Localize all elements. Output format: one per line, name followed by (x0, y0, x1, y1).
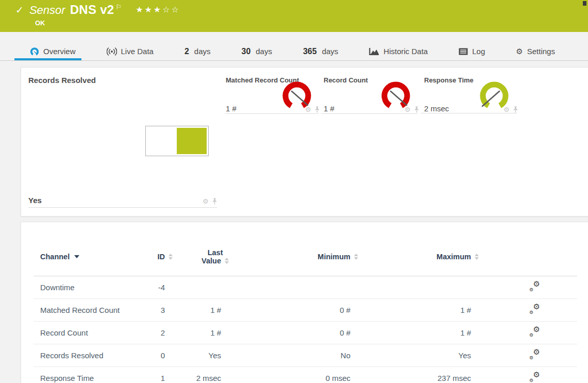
records-resolved-controls: ⚙ (203, 198, 217, 205)
tab-30-days[interactable]: 30 days (241, 42, 272, 60)
channel-id: -4 (121, 276, 173, 299)
header-label: Maximum (436, 253, 471, 261)
channel-last-value (173, 276, 229, 299)
pin-icon[interactable] (212, 198, 217, 205)
sort-icon (169, 254, 173, 260)
sort-desc-icon (74, 255, 79, 258)
live-signal-icon (107, 47, 117, 56)
tab-number: 365 (303, 47, 317, 56)
swatch-green-fill (177, 128, 207, 154)
channel-table: Channel ID Last Value Minimum (33, 238, 577, 383)
gear-icon: ⚙ (533, 348, 540, 356)
column-header-maximum[interactable]: Maximum (359, 238, 479, 276)
channel-settings-icon[interactable]: ⚙ ⚙ (529, 305, 540, 314)
channel-settings-icon[interactable]: ⚙ ⚙ (529, 282, 540, 291)
tab-live-data[interactable]: Live Data (107, 42, 154, 60)
gauge-title-response-time: Response Time (424, 76, 474, 84)
channel-maximum: 1 # (359, 299, 479, 322)
tab-bar: Overview Live Data 2 days 30 days 365 da… (0, 42, 588, 61)
column-header-last-value[interactable]: Last Value (173, 238, 229, 276)
gear-icon[interactable]: ⚙ (503, 106, 510, 113)
channel-minimum (229, 276, 359, 299)
gear-icon: ⚙ (533, 371, 540, 379)
historic-chart-icon (369, 47, 379, 56)
gear-icon: ⚙ (533, 280, 540, 288)
channel-name: Record Count (33, 322, 121, 344)
tab-2-days[interactable]: 2 days (184, 42, 211, 60)
channel-id: 1 (121, 367, 173, 383)
channel-maximum (359, 276, 479, 299)
table-row-records-resolved: Records Resolved 0 Yes No Yes ⚙ ⚙ (33, 344, 577, 367)
pin-icon[interactable] (414, 106, 419, 113)
gear-icon: ⚙ (529, 378, 533, 383)
tab-label: Settings (527, 47, 555, 56)
gauge-value-response-time: 2 msec (424, 104, 449, 113)
gauge-title-record-count: Record Count (324, 76, 368, 84)
header-label: Channel (40, 253, 70, 261)
channel-last-value: 1 # (173, 322, 229, 344)
status-check-icon: ✓ (15, 4, 24, 15)
table-row-record-count: Record Count 2 1 # 0 # 1 # ⚙ ⚙ (33, 322, 577, 344)
priority-flag-icon[interactable]: ⚐ (115, 3, 122, 11)
header-label: Value (201, 257, 221, 265)
records-resolved-title: Records Resolved (28, 76, 96, 85)
channel-name: Records Resolved (33, 344, 121, 367)
tab-number: 30 (241, 47, 250, 56)
channel-name: Downtime (33, 276, 121, 299)
channel-maximum: Yes (359, 344, 479, 367)
channel-settings-icon[interactable]: ⚙ ⚙ (529, 351, 540, 359)
gear-icon: ⚙ (529, 288, 533, 292)
channel-minimum: 0 msec (229, 367, 359, 383)
sort-icon (354, 254, 358, 260)
tab-log[interactable]: Log (459, 42, 485, 60)
gauge-controls: ⚙ (405, 106, 419, 113)
header-label: ID (158, 253, 165, 261)
column-header-id[interactable]: ID (121, 238, 173, 276)
pin-icon[interactable] (314, 106, 320, 113)
channel-minimum: No (229, 344, 359, 367)
sort-icon (475, 254, 479, 260)
log-list-icon (459, 48, 468, 55)
channel-name: Matched Record Count (33, 299, 121, 322)
table-row-matched-record-count: Matched Record Count 3 1 # 0 # 1 # ⚙ ⚙ (33, 299, 577, 322)
channel-last-value: Yes (173, 344, 229, 367)
pin-icon[interactable] (513, 106, 518, 113)
channel-last-value: 1 # (173, 299, 229, 322)
tab-label: days (256, 47, 272, 56)
priority-stars[interactable]: ★★★☆☆ (136, 5, 180, 14)
gear-icon[interactable]: ⚙ (405, 106, 411, 113)
tab-overview[interactable]: Overview (30, 42, 76, 60)
overview-panel: Records Resolved Yes ⚙ Matched Record Co… (21, 67, 588, 217)
channel-settings-icon[interactable]: ⚙ ⚙ (529, 328, 540, 337)
status-badge: OK (35, 19, 45, 27)
divider (28, 207, 217, 208)
header-label: Minimum (317, 253, 350, 261)
header-label: Last (208, 248, 223, 257)
divider (225, 113, 318, 114)
column-header-channel[interactable]: Channel (33, 238, 121, 276)
table-header-row: Channel ID Last Value Minimum (33, 238, 577, 276)
tab-label: Live Data (121, 47, 154, 56)
channel-id: 0 (121, 344, 173, 367)
sensor-kind-label: Sensor (29, 4, 65, 17)
records-resolved-value: Yes (28, 196, 42, 205)
channel-maximum: 1 # (359, 322, 479, 344)
gear-icon: ⚙ (533, 326, 540, 334)
gear-icon[interactable]: ⚙ (203, 198, 209, 205)
tab-historic-data[interactable]: Historic Data (369, 42, 428, 60)
channels-panel: Channel ID Last Value Minimum (21, 222, 588, 383)
tab-label: Log (472, 47, 485, 56)
channel-settings-icon[interactable]: ⚙ ⚙ (529, 373, 540, 382)
tab-label: days (322, 47, 339, 56)
gauge-value-matched-record-count: 1 # (226, 104, 237, 113)
channel-minimum: 0 # (229, 322, 359, 344)
tab-365-days[interactable]: 365 days (303, 42, 338, 60)
gear-icon: ⚙ (529, 356, 533, 360)
divider (321, 113, 417, 114)
column-header-minimum[interactable]: Minimum (229, 238, 359, 276)
gauge-value-record-count: 1 # (324, 104, 334, 113)
tab-settings[interactable]: ⚙ Settings (516, 42, 555, 60)
gauge-controls: ⚙ (305, 106, 320, 113)
gear-icon[interactable]: ⚙ (305, 106, 311, 113)
channel-id: 3 (121, 299, 173, 322)
